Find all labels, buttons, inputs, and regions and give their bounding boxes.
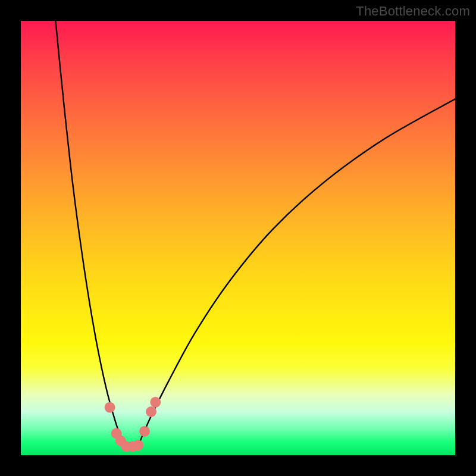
data-marker bbox=[150, 397, 161, 408]
chart-svg bbox=[21, 21, 455, 455]
data-marker bbox=[133, 440, 143, 450]
data-marker bbox=[139, 426, 150, 437]
data-marker bbox=[105, 402, 115, 413]
watermark-text: TheBottleneck.com bbox=[356, 4, 470, 19]
bottleneck-curve-path bbox=[55, 21, 455, 449]
chart-stage: TheBottleneck.com bbox=[0, 0, 476, 476]
data-markers bbox=[105, 397, 161, 452]
data-marker bbox=[146, 406, 156, 417]
plot-area bbox=[21, 21, 455, 455]
